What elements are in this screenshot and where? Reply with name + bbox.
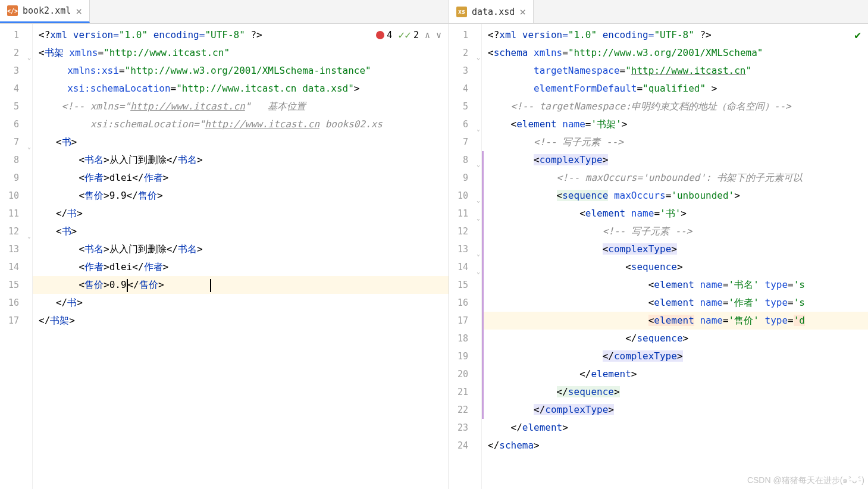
line-number[interactable]: 15	[449, 276, 481, 294]
line-number[interactable]: 6	[0, 115, 32, 133]
line-number[interactable]: 10	[0, 187, 32, 205]
code-right[interactable]: <?xml version="1.0" encoding="UTF-8" ?><…	[482, 24, 868, 489]
line-number[interactable]: 17	[449, 312, 481, 330]
code-line[interactable]: <作者>dlei</作者>	[33, 169, 449, 187]
code-line[interactable]: <element name='作者' type='s	[482, 294, 868, 312]
editor-pane-right[interactable]: ✔ 12⌄3456⌄78⌄910⌄11⌄1213⌄14⌄151617181920…	[449, 24, 868, 489]
line-number[interactable]: 5	[449, 98, 481, 115]
code-line[interactable]: xsi:schemaLocation="http://www.itcast.cn…	[33, 80, 449, 98]
line-number[interactable]: 13⌄	[449, 240, 481, 258]
line-number[interactable]: 20	[449, 365, 481, 383]
code-line[interactable]: <element name='售价' type='d	[482, 312, 868, 330]
line-number[interactable]: 16	[0, 294, 32, 312]
code-line[interactable]: targetNamespace="http://www.itcast.cn"	[482, 62, 868, 80]
line-number[interactable]: 18	[449, 330, 481, 347]
code-line[interactable]: <!-- targetNamespace:申明约束文档的地址（命名空间）-->	[482, 98, 868, 115]
code-line[interactable]: <书名>从入门到删除</书名>	[33, 240, 449, 258]
code-line[interactable]: <sequence>	[482, 258, 868, 276]
line-number[interactable]: 11⌄	[449, 205, 481, 222]
editor-pane-left[interactable]: 4 ✓✓2 ∧ ∨ 12⌄34567⌄89101112⌄131415💡1617 …	[0, 24, 449, 489]
code-line[interactable]: <售价>0.9</售价>	[33, 276, 449, 294]
fold-icon[interactable]: ⌄	[473, 156, 480, 163]
line-number[interactable]: 2⌄	[449, 44, 481, 62]
line-number[interactable]: 22	[449, 401, 481, 419]
line-number[interactable]: 5	[0, 98, 32, 115]
line-number[interactable]: 13	[0, 240, 32, 258]
code-line[interactable]: <sequence maxOccurs='unbounded'>	[482, 187, 868, 205]
fold-icon[interactable]: ⌄	[473, 263, 480, 270]
line-number[interactable]: 4	[449, 80, 481, 98]
code-line[interactable]: </element>	[482, 419, 868, 437]
line-number[interactable]: 17	[0, 312, 32, 330]
close-icon[interactable]: ×	[519, 5, 526, 18]
line-number[interactable]: 12	[449, 222, 481, 240]
line-number[interactable]: 7⌄	[0, 133, 32, 151]
fold-icon[interactable]: ⌄	[473, 192, 480, 199]
fold-icon[interactable]: ⌄	[24, 227, 31, 234]
code-line[interactable]: <complexType>	[482, 240, 868, 258]
code-line[interactable]: </element>	[482, 365, 868, 383]
fold-icon[interactable]: ⌄	[473, 209, 480, 217]
tab-data-xsd[interactable]: xs data.xsd ×	[449, 0, 534, 23]
line-number[interactable]: 4	[0, 80, 32, 98]
line-number[interactable]: 11	[0, 205, 32, 222]
tab-book2-xml[interactable]: </> book2.xml ×	[0, 0, 90, 23]
line-number[interactable]: 19	[449, 347, 481, 365]
chevron-up-icon[interactable]: ∧	[425, 30, 430, 40]
code-line[interactable]: <element name='书名' type='s	[482, 276, 868, 294]
line-number[interactable]: 21	[449, 383, 481, 401]
line-number[interactable]: 6⌄	[449, 115, 481, 133]
code-line[interactable]: <!-- 写子元素 -->	[482, 222, 868, 240]
code-line[interactable]: <!-- xmlns="http://www.itcast.cn" 基本位置	[33, 98, 449, 115]
line-number[interactable]: 14⌄	[449, 258, 481, 276]
line-number[interactable]: 9	[449, 169, 481, 187]
fold-icon[interactable]: ⌄	[24, 138, 31, 145]
code-line[interactable]: <书>	[33, 222, 449, 240]
fold-icon[interactable]: ⌄	[473, 49, 480, 56]
line-number[interactable]: 12⌄	[0, 222, 32, 240]
code-line[interactable]: <书名>从入门到删除</书名>	[33, 151, 449, 169]
line-number[interactable]: 3	[449, 62, 481, 80]
code-line[interactable]: <!-- maxOccurs='unbounded': 书架下的子元素可以	[482, 169, 868, 187]
line-number[interactable]: 16	[449, 294, 481, 312]
fold-icon[interactable]: ⌄	[473, 245, 480, 252]
code-line[interactable]: <!-- 写子元素 -->	[482, 133, 868, 151]
code-line[interactable]: <element name='书架'>	[482, 115, 868, 133]
code-line[interactable]: </sequence>	[482, 330, 868, 347]
line-number[interactable]: 2⌄	[0, 44, 32, 62]
code-line[interactable]: <书>	[33, 133, 449, 151]
code-line[interactable]: </sequence>	[482, 383, 868, 401]
inspection-indicators[interactable]: 4 ✓✓2 ∧ ∨	[376, 29, 441, 41]
line-number[interactable]: 3	[0, 62, 32, 80]
line-number[interactable]: 15💡	[0, 276, 32, 294]
line-number[interactable]: 7	[449, 133, 481, 151]
code-line[interactable]: <作者>dlei</作者>	[33, 258, 449, 276]
code-line[interactable]: xsi:schemaLocation="http://www.itcast.cn…	[33, 115, 449, 133]
line-number[interactable]: 1	[0, 26, 32, 44]
chevron-down-icon[interactable]: ∨	[436, 30, 441, 40]
code-line[interactable]: </complexType>	[482, 401, 868, 419]
fold-icon[interactable]: ⌄	[473, 120, 480, 127]
code-line[interactable]: elementFormDefault="qualified" >	[482, 80, 868, 98]
code-line[interactable]: </complexType>	[482, 347, 868, 365]
line-number[interactable]: 8	[0, 151, 32, 169]
code-line[interactable]: </schema>	[482, 437, 868, 454]
line-number[interactable]: 23	[449, 419, 481, 437]
line-number[interactable]: 14	[0, 258, 32, 276]
code-line[interactable]: <schema xmlns="http://www.w3.org/2001/XM…	[482, 44, 868, 62]
code-line[interactable]: xmlns:xsi="http://www.w3.org/2001/XMLSch…	[33, 62, 449, 80]
line-number[interactable]: 8⌄	[449, 151, 481, 169]
ok-checkmark-icon[interactable]: ✔	[854, 29, 861, 41]
fold-icon[interactable]: ⌄	[24, 49, 31, 56]
gutter-right[interactable]: 12⌄3456⌄78⌄910⌄11⌄1213⌄14⌄15161718192021…	[449, 24, 482, 489]
line-number[interactable]: 1	[449, 26, 481, 44]
code-line[interactable]: <?xml version="1.0" encoding="UTF-8" ?>	[482, 26, 868, 44]
line-number[interactable]: 10⌄	[449, 187, 481, 205]
line-number[interactable]: 9	[0, 169, 32, 187]
code-line[interactable]: </书>	[33, 294, 449, 312]
code-line[interactable]: <element name='书'>	[482, 205, 868, 222]
code-line[interactable]: <complexType>	[482, 151, 868, 169]
line-number[interactable]: 24	[449, 437, 481, 454]
code-line[interactable]: </书架>	[33, 312, 449, 330]
code-line[interactable]: <售价>9.9</售价>	[33, 187, 449, 205]
